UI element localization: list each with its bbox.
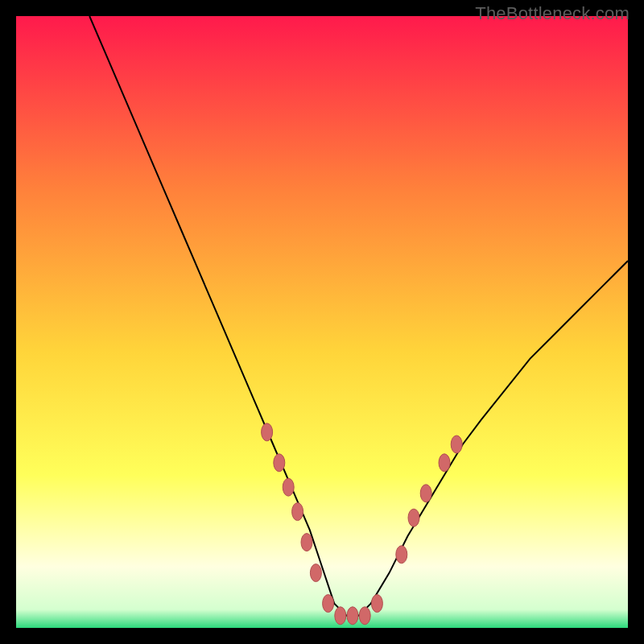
- marker-dot: [451, 436, 462, 453]
- watermark-text: TheBottleneck.com: [475, 3, 630, 24]
- chart-frame: TheBottleneck.com: [0, 0, 644, 644]
- chart-canvas: [16, 16, 628, 628]
- marker-dot: [335, 607, 346, 625]
- marker-dot: [310, 564, 321, 582]
- marker-dot: [274, 454, 285, 472]
- marker-dot: [262, 423, 273, 441]
- marker-dot: [439, 454, 450, 472]
- marker-dot: [371, 595, 382, 613]
- marker-dot: [301, 534, 312, 551]
- marker-dot: [292, 503, 303, 521]
- marker-dot: [420, 485, 431, 502]
- marker-dot: [347, 607, 358, 625]
- marker-dot: [396, 546, 407, 564]
- marker-dot: [283, 478, 294, 496]
- marker-dot: [408, 509, 419, 526]
- marker-dot: [323, 595, 334, 613]
- gradient-background: [16, 16, 628, 628]
- marker-dot: [359, 607, 370, 625]
